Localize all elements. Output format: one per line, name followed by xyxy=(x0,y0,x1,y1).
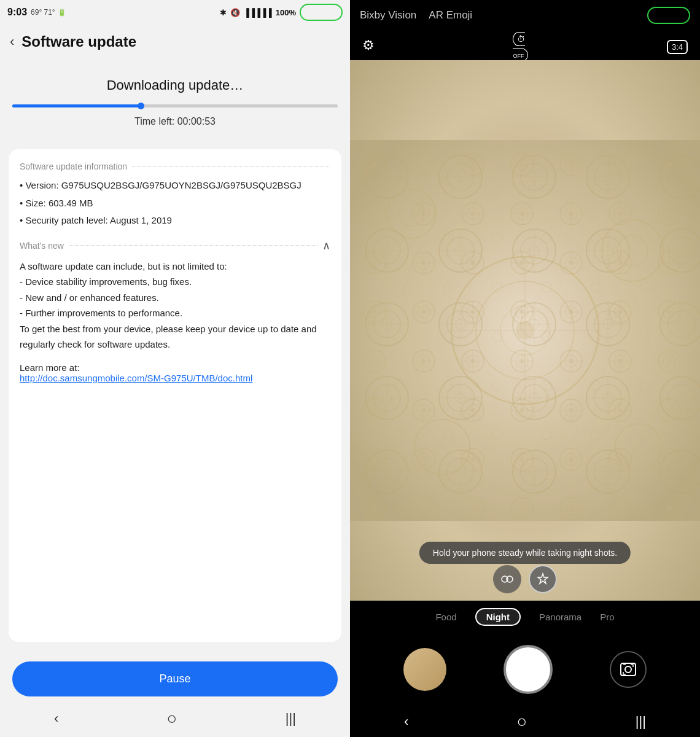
status-right: ✱ 🔇 ▐▐▐▐▐ 100% xyxy=(220,4,343,21)
nav-home-icon[interactable]: ○ xyxy=(167,709,177,728)
timer-label: ⏱OFF xyxy=(513,32,528,62)
status-icons: 69° 71° 🔋 xyxy=(31,8,220,17)
mode-pro[interactable]: Pro xyxy=(600,612,614,622)
battery-icon-small: 🔋 xyxy=(58,9,66,17)
nav-back-icon[interactable]: ‹ xyxy=(54,711,58,727)
right-panel: Bixby Vision AR Emoji ⚙ ⏱OFF 3:4 xyxy=(350,0,700,737)
download-section: Downloading update… Time left: 00:00:53 xyxy=(0,59,350,139)
camera-shutter-bar xyxy=(350,633,700,706)
ratio-icon[interactable]: 3:4 xyxy=(667,37,688,53)
lace-texture xyxy=(350,60,700,601)
download-heading: Downloading update… xyxy=(12,77,338,93)
cam-nav-recents-icon[interactable]: ||| xyxy=(636,714,646,730)
steady-toast: Hold your phone steady while taking nigh… xyxy=(419,542,631,564)
size-item: • Size: 603.49 MB xyxy=(20,197,330,211)
security-item: • Security patch level: August 1, 2019 xyxy=(20,214,330,228)
page-title: Software update xyxy=(21,33,136,50)
signal-icon: ▐▐▐▐▐ xyxy=(244,8,272,17)
status-time: 9:03 xyxy=(7,7,27,18)
mode-food[interactable]: Food xyxy=(435,612,456,622)
icon-buttons-row xyxy=(493,565,557,593)
battery-pill-left xyxy=(300,4,343,21)
ratio-label: 3:4 xyxy=(667,40,688,54)
status-bar-left: 9:03 69° 71° 🔋 ✱ 🔇 ▐▐▐▐▐ 100% xyxy=(0,0,350,25)
time-left: Time left: 00:00:53 xyxy=(12,116,338,127)
mode-panorama[interactable]: Panorama xyxy=(539,612,581,622)
header-bar: ‹ Software update xyxy=(0,25,350,59)
thumbnail-image[interactable] xyxy=(403,648,446,691)
info-section-label: Software update information xyxy=(20,162,127,171)
timer-icon[interactable]: ⏱OFF xyxy=(513,29,528,61)
mode-night[interactable]: Night xyxy=(475,608,521,626)
settings-icon[interactable]: ⚙ xyxy=(362,37,375,53)
battery-percent: 100% xyxy=(276,8,296,17)
tab-ar-emoji[interactable]: AR Emoji xyxy=(429,9,472,21)
progress-bar-container xyxy=(12,104,338,107)
bluetooth-icon: ✱ xyxy=(220,8,227,17)
whats-new-body: A software update can include, but is no… xyxy=(20,259,330,353)
battery-pill-right xyxy=(647,7,690,24)
nav-bar-left: ‹ ○ ||| xyxy=(0,703,350,737)
nav-recents-icon[interactable]: ||| xyxy=(286,711,296,727)
filter-icon-2[interactable] xyxy=(529,565,557,593)
svg-point-34 xyxy=(625,666,631,673)
pause-button[interactable]: Pause xyxy=(12,661,338,696)
chevron-up-icon[interactable]: ∧ xyxy=(322,239,330,252)
left-panel: 9:03 69° 71° 🔋 ✱ 🔇 ▐▐▐▐▐ 100% ‹ Software… xyxy=(0,0,350,737)
info-section-title: Software update information xyxy=(20,162,330,171)
nav-bar-right: ‹ ○ ||| xyxy=(350,706,700,737)
cam-nav-back-icon[interactable]: ‹ xyxy=(404,714,408,730)
camera-mode-bar: Food Night Panorama Pro xyxy=(350,601,700,633)
learn-more-link[interactable]: http://doc.samsungmobile.com/SM-G975U/TM… xyxy=(20,373,330,383)
whats-new-title: What's new xyxy=(20,241,64,251)
camera-nav-tabs: Bixby Vision AR Emoji xyxy=(360,9,472,21)
info-card: Software update information • Version: G… xyxy=(9,149,341,642)
cam-nav-home-icon[interactable]: ○ xyxy=(517,712,527,731)
tab-bixby-vision[interactable]: Bixby Vision xyxy=(360,9,416,21)
version-item: • Version: G975USQU2BSGJ/G975UOYN2BSGJ/G… xyxy=(20,179,330,193)
bottom-actions: Pause xyxy=(0,652,350,703)
learn-more-label: Learn more at: xyxy=(20,362,330,373)
lace-svg xyxy=(350,60,700,601)
camera-icons-bar: ⚙ ⏱OFF 3:4 xyxy=(350,31,700,60)
flip-camera-button[interactable] xyxy=(610,651,647,688)
temp-icon: 69° 71° xyxy=(31,8,55,17)
progress-bar-fill xyxy=(12,104,142,107)
dotted-divider xyxy=(132,166,330,167)
whats-new-dotted xyxy=(69,245,317,246)
shutter-button[interactable] xyxy=(504,645,553,694)
sound-icon: 🔇 xyxy=(230,8,240,17)
learn-more-section: Learn more at: http://doc.samsungmobile.… xyxy=(20,362,330,383)
camera-viewfinder: Hold your phone steady while taking nigh… xyxy=(350,60,700,601)
camera-top-bar: Bixby Vision AR Emoji xyxy=(350,0,700,31)
back-button[interactable]: ‹ xyxy=(10,34,14,50)
whats-new-header: What's new ∧ xyxy=(20,239,330,252)
filter-icon-1[interactable] xyxy=(493,565,521,593)
